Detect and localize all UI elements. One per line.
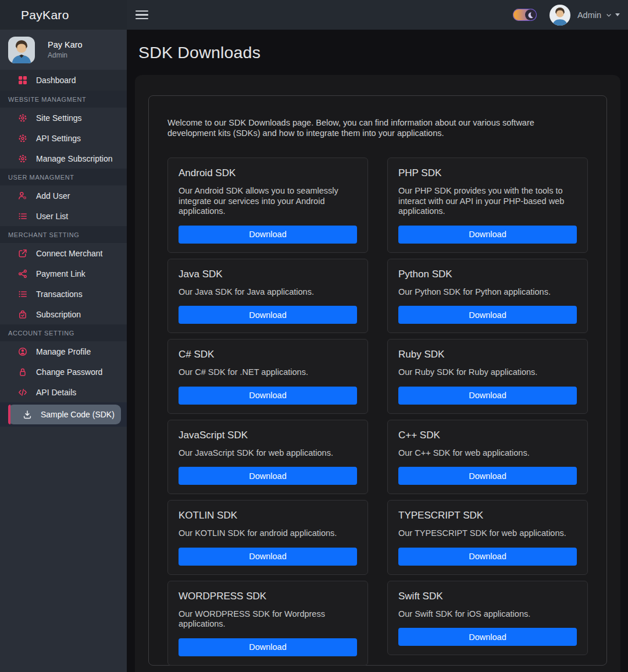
download-button[interactable]: Download [398,306,577,324]
sidebar-item-label: Payment Link [36,269,85,278]
caret-down-icon [615,13,620,16]
sdk-card-description: Our Java SDK for Java applications. [179,287,357,298]
sdk-card-description: Our Android SDK allows you to seamlessly… [179,186,357,217]
sidebar-item-label: Site Settings [36,113,82,123]
sidebar-item-label: Add User [36,191,70,201]
sidebar-item-subscription[interactable]: Subscription [0,304,127,324]
sidebar-item-api-settings[interactable]: API Settings [0,128,127,148]
nav-section-header: USER MANAGMENT [0,169,127,185]
list-icon [17,211,27,221]
sidebar-item-label: API Details [36,388,76,397]
app-root: PayKaro Pay Karo Admin DashboardWEBSITE … [0,0,628,672]
bag-check-icon [17,309,27,319]
content-panel: Welcome to our SDK Downloads page. Below… [135,75,620,672]
sdk-card-title: Java SDK [179,268,357,280]
sdk-card-title: Android SDK [179,167,357,179]
sdk-card-description: Our JavaScript SDK for web applications. [179,448,357,459]
download-button[interactable]: Download [398,467,577,485]
nav-section-header: ACCOUNT SETTING [0,324,127,341]
avatar-photo-icon [8,37,35,63]
nav-section-header: WEBSITE MANAGMENT [0,91,127,108]
sdk-card-title: PHP SDK [398,167,577,179]
download-button[interactable]: Download [179,306,357,324]
sdk-card-title: Swift SDK [398,590,577,602]
sdk-card-ruby-sdk: Ruby SDKOur Ruby SDK for Ruby applicatio… [387,339,588,414]
sidebar-item-label: Manage Profile [36,347,91,356]
toggle-knob [525,9,536,20]
sidebar-item-label: Dashboard [36,76,76,85]
download-button[interactable]: Download [179,467,357,485]
dashboard-grid-icon [17,76,27,85]
sdk-card-wordpress-sdk: WORDPRESS SDKOur WORDPRESS SDK for Wordp… [167,581,368,666]
sidebar: PayKaro Pay Karo Admin DashboardWEBSITE … [0,0,127,672]
sdk-card-title: C++ SDK [398,429,577,441]
sdk-container: Welcome to our SDK Downloads page. Below… [148,95,607,666]
topbar-avatar[interactable] [550,5,570,26]
sidebar-item-label: Subscription [36,310,81,319]
sdk-card-c-sdk: C++ SDKOur C++ SDK for web applications.… [387,420,588,495]
person-plus-icon [17,191,27,201]
sdk-card-python-sdk: Python SDKOur Python SDK for Python appl… [387,259,588,334]
moon-icon [527,12,534,19]
download-button[interactable]: Download [179,548,357,566]
sdk-card-description: Our C++ SDK for web applications. [398,448,577,459]
download-button[interactable]: Download [398,548,577,566]
sidebar-item-add-user[interactable]: Add User [0,185,127,206]
brand-logo: PayKaro [0,0,127,30]
sdk-card-title: WORDPRESS SDK [179,590,357,602]
sidebar-item-payment-link[interactable]: Payment Link [0,263,127,284]
sdk-card-description: Our Python SDK for Python applications. [398,287,577,298]
download-button[interactable]: Download [398,628,577,646]
profile-avatar [8,37,35,63]
dark-mode-toggle[interactable] [513,9,537,21]
sdk-card-kotlin-sdk: KOTLIN SDKOur KOTLIN SDK for android app… [167,500,368,575]
page-content: SDK Downloads Welcome to our SDK Downloa… [127,30,628,672]
download-button[interactable]: Download [398,387,577,405]
share-icon [17,269,27,278]
download-button[interactable]: Download [179,226,357,244]
download-button[interactable]: Download [179,387,357,405]
sdk-card-title: C# SDK [179,348,357,360]
list-icon [17,289,27,299]
sidebar-item-manage-subscription[interactable]: Manage Subscription [0,148,127,169]
external-link-icon [17,248,27,258]
code-icon [17,387,27,397]
sidebar-item-manage-profile[interactable]: Manage Profile [0,341,127,362]
sdk-card-description: Our Swift SDK for iOS applications. [398,609,577,620]
hamburger-menu-icon[interactable] [135,8,148,22]
sidebar-item-label: Change Password [36,367,102,377]
sidebar-item-label: Sample Code (SDK) [41,410,115,419]
admin-dropdown[interactable]: Admin [577,10,620,20]
sidebar-item-dashboard[interactable]: Dashboard [0,70,127,91]
admin-label: Admin [577,10,601,20]
sidebar-profile: Pay Karo Admin [0,30,127,70]
sdk-card-title: Ruby SDK [398,348,577,360]
sdk-card-description: Our C# SDK for .NET applications. [179,367,357,378]
sdk-card-description: Our Ruby SDK for Ruby applications. [398,367,577,378]
sdk-card-java-sdk: Java SDKOur Java SDK for Java applicatio… [167,259,368,334]
download-icon [22,410,32,420]
sidebar-nav: DashboardWEBSITE MANAGMENTSite SettingsA… [0,70,127,672]
profile-role: Admin [48,51,83,59]
sidebar-item-transactions[interactable]: Transactions [0,284,127,304]
avatar-photo-icon [550,5,570,26]
person-circle-icon [17,346,27,356]
nav-active-row: Sample Code (SDK) [0,402,127,427]
sidebar-item-sample-code-sdk[interactable]: Sample Code (SDK) [8,405,121,424]
sdk-card-php-sdk: PHP SDKOur PHP SDK provides you with the… [387,158,588,253]
sidebar-item-change-password[interactable]: Change Password [0,362,127,382]
sdk-card-c-sdk: C# SDKOur C# SDK for .NET applications.D… [167,339,368,414]
chevron-down-icon [605,12,612,19]
page-title: SDK Downloads [127,30,628,75]
sdk-card-description: Our TYPESCRIPT SDK for web applications. [398,528,577,539]
sidebar-item-label: API Settings [36,134,81,143]
gear-icon [17,133,27,143]
download-button[interactable]: Download [179,638,357,656]
sidebar-item-site-settings[interactable]: Site Settings [0,108,127,128]
sidebar-item-connect-merchant[interactable]: Connect Merchant [0,243,127,263]
profile-name: Pay Karo [48,40,83,49]
sidebar-item-user-list[interactable]: User List [0,206,127,226]
sidebar-item-api-details[interactable]: API Details [0,382,127,402]
download-button[interactable]: Download [398,226,577,244]
sdk-card-title: TYPESCRIPT SDK [398,509,577,521]
